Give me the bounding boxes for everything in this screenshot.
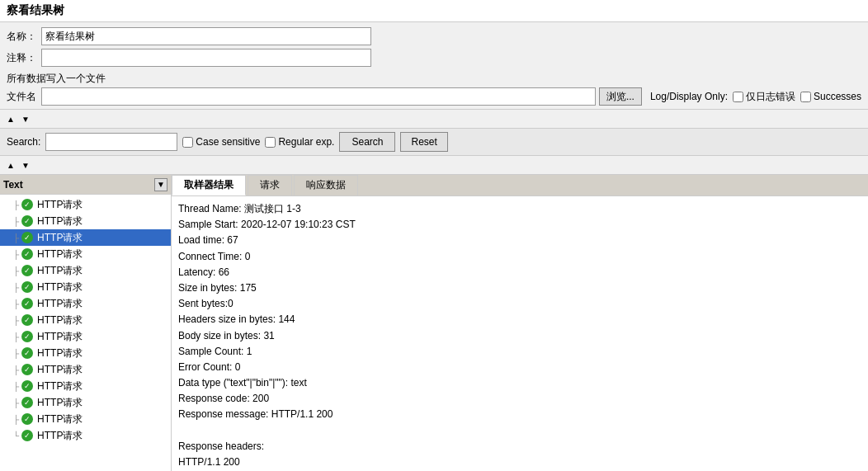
status-icon: ✓: [21, 346, 34, 360]
latency: Latency: 66: [178, 265, 861, 280]
regular-exp-checkbox[interactable]: [265, 137, 276, 148]
sent-bytes: Sent bytes:0: [178, 296, 861, 312]
tab[interactable]: 取样器结果: [172, 175, 246, 195]
error-count: Error Count: 0: [178, 360, 861, 375]
tree-item-label: HTTP请求: [37, 379, 83, 393]
name-row: 名称：: [7, 26, 861, 47]
tree-item-label: HTTP请求: [37, 297, 83, 311]
status-icon: ✓: [21, 313, 34, 327]
tree-item[interactable]: ├✓HTTP请求: [0, 262, 171, 279]
tree-item[interactable]: ├✓HTTP请求: [0, 213, 171, 229]
tree-item[interactable]: ├✓HTTP请求: [0, 295, 171, 312]
tree-item[interactable]: └✓HTTP请求: [0, 427, 171, 444]
toolbar-btn-4[interactable]: ▼: [18, 158, 33, 172]
file-row: 文件名 浏览... Log/Display Only: 仅日志错误 Succes…: [7, 87, 861, 106]
log-display-area: Log/Display Only: 仅日志错误 Successes: [650, 90, 861, 104]
tree-item-label: HTTP请求: [37, 280, 83, 294]
case-sensitive-label[interactable]: Case sensitive: [182, 136, 260, 148]
sample-count: Sample Count: 1: [178, 344, 861, 360]
tree-item[interactable]: ├✓HTTP请求: [0, 394, 171, 411]
comment-label: 注释：: [7, 51, 36, 65]
main-area: Text ▼ ├✓HTTP请求├✓HTTP请求├✓HTTP请求├✓HTTP请求├…: [0, 175, 868, 471]
title-bar: 察看结果树: [0, 0, 868, 22]
all-data-label: 所有数据写入一个文件: [7, 68, 861, 87]
tree-item[interactable]: ├✓HTTP请求: [0, 229, 171, 246]
status-icon: ✓: [21, 379, 34, 393]
right-panel: 取样器结果请求响应数据 Thread Name: 测试接口 1-3 Sample…: [172, 175, 868, 471]
left-header-label: Text: [3, 179, 154, 191]
tree-item-label: HTTP请求: [37, 396, 83, 410]
left-panel-header: Text ▼: [0, 175, 171, 195]
toolbar-btn-3[interactable]: ▲: [3, 158, 18, 172]
tree-item[interactable]: ├✓HTTP请求: [0, 196, 171, 213]
tree-item-label: HTTP请求: [37, 346, 83, 360]
tabs: 取样器结果请求响应数据: [172, 175, 868, 196]
search-bar: Search: Case sensitive Regular exp. Sear…: [0, 129, 868, 156]
page-title: 察看结果树: [7, 3, 64, 16]
form-section: 名称： 注释： 所有数据写入一个文件 文件名 浏览... Log/Display…: [0, 22, 868, 110]
tree-item-label: HTTP请求: [37, 330, 83, 344]
body-size: Body size in bytes: 31: [178, 328, 861, 344]
tree-item[interactable]: ├✓HTTP请求: [0, 411, 171, 427]
status-icon: ✓: [21, 198, 34, 211]
content-area: Thread Name: 测试接口 1-3 Sample Start: 2020…: [172, 196, 868, 471]
successes-checkbox[interactable]: [800, 92, 811, 102]
tree-item[interactable]: ├✓HTTP请求: [0, 246, 171, 262]
status-icon: ✓: [21, 429, 34, 442]
headers-size: Headers size in bytes: 144: [178, 312, 861, 327]
status-icon: ✓: [21, 280, 34, 294]
response-code: Response code: 200: [178, 391, 861, 407]
status-icon: ✓: [21, 264, 34, 277]
file-label: 文件名: [7, 90, 36, 104]
load-time: Load time: 67: [178, 233, 861, 248]
browse-button[interactable]: 浏览...: [599, 87, 642, 106]
tree-item[interactable]: ├✓HTTP请求: [0, 328, 171, 345]
tree-list: ├✓HTTP请求├✓HTTP请求├✓HTTP请求├✓HTTP请求├✓HTTP请求…: [0, 195, 171, 471]
tree-item[interactable]: ├✓HTTP请求: [0, 361, 171, 378]
http-version: HTTP/1.1 200: [178, 455, 861, 470]
status-icon: ✓: [21, 330, 34, 343]
toolbar-row: ▲ ▼: [0, 110, 868, 129]
left-panel: Text ▼ ├✓HTTP请求├✓HTTP请求├✓HTTP请求├✓HTTP请求├…: [0, 175, 172, 471]
tree-item[interactable]: ├✓HTTP请求: [0, 345, 171, 361]
tree-item-label: HTTP请求: [37, 264, 83, 278]
search-button[interactable]: Search: [339, 132, 395, 152]
size-bytes: Size in bytes: 175: [178, 280, 861, 296]
search-label: Search:: [7, 136, 40, 148]
case-sensitive-checkbox[interactable]: [182, 137, 193, 148]
regular-exp-label[interactable]: Regular exp.: [265, 136, 334, 148]
tree-item-label: HTTP请求: [37, 412, 83, 426]
tree-item[interactable]: ├✓HTTP请求: [0, 279, 171, 295]
dropdown-arrow[interactable]: ▼: [154, 178, 167, 191]
thread-name: Thread Name: 测试接口 1-3: [178, 201, 861, 217]
errors-checkbox-label[interactable]: 仅日志错误: [733, 90, 795, 104]
status-icon: ✓: [21, 412, 34, 426]
tree-item-label: HTTP请求: [37, 247, 83, 261]
name-label: 名称：: [7, 30, 36, 44]
reset-button[interactable]: Reset: [400, 132, 447, 152]
name-input[interactable]: [41, 27, 371, 45]
search-input[interactable]: [45, 133, 177, 151]
toolbar-btn-1[interactable]: ▲: [3, 111, 18, 126]
tree-item[interactable]: ├✓HTTP请求: [0, 378, 171, 394]
toolbar-btn-2[interactable]: ▼: [18, 111, 33, 126]
status-icon: ✓: [21, 396, 34, 409]
tab[interactable]: 响应数据: [294, 175, 358, 195]
file-input[interactable]: [41, 87, 596, 106]
tab[interactable]: 请求: [248, 175, 292, 195]
comment-row: 注释：: [7, 47, 861, 68]
successes-checkbox-label[interactable]: Successes: [800, 91, 861, 102]
status-icon: ✓: [21, 231, 34, 244]
toolbar-row-2: ▲ ▼: [0, 156, 868, 175]
tree-item[interactable]: ├✓HTTP请求: [0, 312, 171, 328]
tree-item-label: HTTP请求: [37, 363, 83, 377]
response-headers: Response headers:: [178, 439, 861, 455]
data-type: Data type ("text"|"bin"|""): text: [178, 375, 861, 391]
tree-item-label: HTTP请求: [37, 214, 83, 228]
status-icon: ✓: [21, 214, 34, 228]
status-icon: ✓: [21, 297, 34, 310]
tree-item-label: HTTP请求: [37, 313, 83, 327]
errors-checkbox[interactable]: [733, 92, 743, 102]
comment-input[interactable]: [41, 49, 371, 67]
response-message: Response message: HTTP/1.1 200: [178, 407, 861, 422]
